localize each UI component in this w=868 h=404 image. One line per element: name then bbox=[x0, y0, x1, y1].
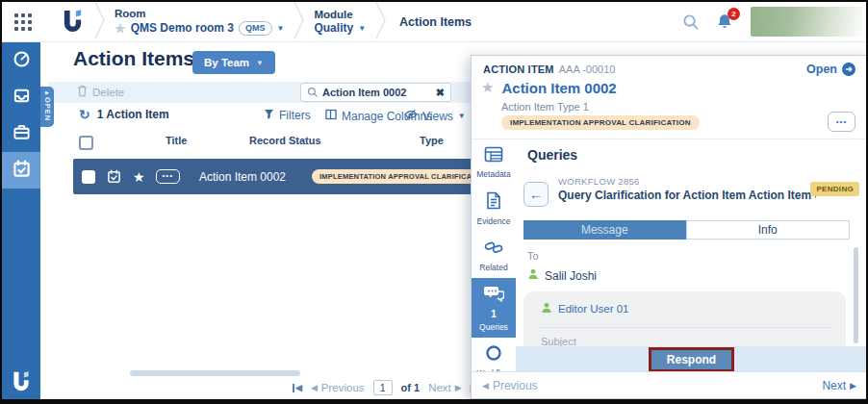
search-icon[interactable] bbox=[682, 13, 699, 30]
previous-record-button[interactable]: ◀ Previous bbox=[482, 379, 538, 392]
room-selector[interactable]: Room ★ QMS Demo room 3 QMS ▼ bbox=[115, 7, 284, 37]
sidebar-item-dashboard[interactable] bbox=[2, 42, 40, 79]
notifications-bell-icon[interactable]: 2 bbox=[716, 13, 733, 31]
queries-count: 1 bbox=[491, 310, 497, 319]
inbox-icon bbox=[13, 87, 31, 109]
filter-funnel-icon bbox=[264, 109, 274, 122]
prev-arrow-icon: ◀ bbox=[482, 381, 489, 391]
row-title: Action Item 0002 bbox=[199, 170, 286, 184]
pagination: ◀ ◀ Previous of 1 Next ▶ ▶ bbox=[293, 380, 480, 395]
queries-heading: Queries bbox=[527, 147, 577, 163]
record-favorite-star-icon[interactable]: ★ bbox=[481, 79, 494, 96]
clear-search-icon[interactable]: ✖ bbox=[436, 87, 445, 99]
views-caret-icon: ▼ bbox=[458, 112, 466, 120]
room-name: QMS Demo room 3 bbox=[131, 21, 234, 36]
delete-button[interactable]: Delete bbox=[77, 85, 124, 99]
column-header-title: Title bbox=[166, 135, 187, 146]
select-all-checkbox[interactable] bbox=[79, 136, 93, 150]
tab-info[interactable]: Info bbox=[686, 220, 851, 240]
sidebar-item-inbox[interactable] bbox=[2, 79, 40, 115]
breadcrumb-page-title: Action Items bbox=[399, 15, 472, 29]
search-input[interactable] bbox=[322, 87, 431, 98]
panel-tab-rail: Metadata Evidence Related bbox=[472, 139, 516, 371]
record-count: ↻ 1 Action Item bbox=[79, 108, 169, 121]
row-checkbox[interactable] bbox=[82, 170, 95, 184]
next-arrow-icon: ▶ bbox=[850, 381, 856, 391]
sender-row: Editor User 01 bbox=[541, 302, 629, 316]
record-more-button[interactable]: ••• bbox=[828, 112, 855, 132]
row-favorite-star-icon[interactable]: ★ bbox=[133, 169, 145, 185]
open-circle-arrow-icon bbox=[842, 63, 855, 76]
record-status-badge: IMPLEMENTATION APPROVAL CLARIFICATION bbox=[501, 115, 700, 130]
by-team-button[interactable]: By Team ▼ bbox=[192, 51, 275, 74]
first-page-button[interactable]: ◀ bbox=[293, 383, 302, 392]
tasks-icon bbox=[13, 160, 31, 182]
horizontal-scrollbar[interactable] bbox=[130, 370, 300, 376]
queries-chat-icon bbox=[483, 285, 504, 307]
panel-tab-evidence[interactable]: Evidence bbox=[472, 185, 516, 232]
trash-icon bbox=[77, 85, 88, 99]
notification-count-badge: 2 bbox=[728, 8, 740, 20]
views-button[interactable]: Views ▼ bbox=[404, 109, 466, 123]
breadcrumb-chevron-icon bbox=[375, 1, 386, 43]
next-record-button[interactable]: Next ▶ bbox=[822, 379, 856, 392]
user-icon bbox=[527, 268, 539, 283]
user-profile-redacted[interactable] bbox=[751, 7, 862, 37]
tab-message[interactable]: Message bbox=[523, 220, 686, 240]
room-caret-icon[interactable]: ▼ bbox=[277, 24, 285, 34]
room-favorite-star-icon[interactable]: ★ bbox=[115, 21, 126, 37]
recipient-name: Salil Joshi bbox=[545, 269, 597, 283]
module-name: Quality bbox=[314, 21, 353, 36]
workflow-number-label: WORKFLOW 2856 bbox=[558, 176, 640, 187]
respond-bar: Respond bbox=[516, 346, 867, 371]
search-icon bbox=[307, 84, 318, 101]
room-label: Room bbox=[115, 7, 284, 20]
record-subtitle: Action Item Type 1 bbox=[501, 101, 589, 113]
sidebar-open-tab[interactable]: ▶ OPEN bbox=[40, 87, 54, 127]
by-team-caret-icon: ▼ bbox=[256, 59, 264, 67]
app-sidebar bbox=[2, 42, 40, 399]
queries-panel: Queries ← WORKFLOW 2856 Query Clarificat… bbox=[516, 139, 867, 371]
record-detail-panel: ACTION ITEM AAA -00010 Open ★ Action Ite… bbox=[471, 55, 868, 399]
breadcrumb-chevron-icon bbox=[94, 1, 105, 43]
workflow-circle-icon bbox=[485, 344, 502, 366]
panel-tab-related[interactable]: Related bbox=[472, 232, 516, 278]
workflow-title: Query Clarification for Action Item Acti… bbox=[558, 189, 816, 203]
pending-status-badge: PENDING bbox=[810, 182, 859, 196]
eye-slash-icon bbox=[404, 109, 418, 123]
app-logo-icon[interactable] bbox=[61, 9, 85, 35]
row-record-status-badge: IMPLEMENTATION APPROVAL CLARIFICATION bbox=[312, 169, 497, 184]
metadata-icon bbox=[484, 146, 503, 166]
vertical-scrollbar[interactable] bbox=[854, 247, 858, 343]
record-type-label: ACTION ITEM bbox=[483, 63, 554, 75]
to-label: To bbox=[527, 250, 539, 262]
page-number-input[interactable] bbox=[373, 380, 393, 395]
sidebar-item-action-items[interactable] bbox=[2, 152, 40, 189]
previous-page-button[interactable]: ◀ Previous bbox=[311, 382, 365, 393]
top-header: Room ★ QMS Demo room 3 QMS ▼ Module Qual… bbox=[2, 2, 866, 42]
panel-tab-metadata[interactable]: Metadata bbox=[472, 139, 516, 185]
back-arrow-button[interactable]: ← bbox=[523, 182, 549, 207]
record-title: Action Item 0002 bbox=[501, 80, 616, 96]
briefcase-icon bbox=[13, 123, 31, 145]
module-caret-icon[interactable]: ▼ bbox=[358, 24, 366, 34]
card-divider bbox=[537, 327, 832, 328]
query-tabs: Message Info bbox=[523, 220, 850, 240]
open-record-link[interactable]: Open bbox=[806, 63, 855, 76]
sidebar-item-briefcase[interactable] bbox=[2, 115, 40, 152]
refresh-icon[interactable]: ↻ bbox=[79, 109, 90, 120]
panel-tab-queries[interactable]: 1 Queries bbox=[472, 278, 516, 338]
recipient-row: Salil Joshi bbox=[527, 268, 597, 283]
app-launcher-icon[interactable] bbox=[14, 13, 32, 31]
module-label: Module bbox=[314, 8, 366, 21]
respond-button[interactable]: Respond bbox=[651, 350, 731, 369]
row-calendar-icon[interactable] bbox=[107, 169, 121, 184]
record-id: AAA -00010 bbox=[559, 63, 616, 75]
filters-button[interactable]: Filters bbox=[264, 109, 311, 122]
module-selector[interactable]: Module Quality ▼ bbox=[314, 8, 366, 36]
row-more-button[interactable]: ••• bbox=[156, 169, 180, 184]
columns-icon bbox=[325, 109, 337, 123]
panel-tab-workflow[interactable]: Workflow bbox=[472, 338, 516, 371]
app-window: Room ★ QMS Demo room 3 QMS ▼ Module Qual… bbox=[0, 0, 868, 404]
next-page-button[interactable]: Next ▶ bbox=[428, 382, 462, 393]
